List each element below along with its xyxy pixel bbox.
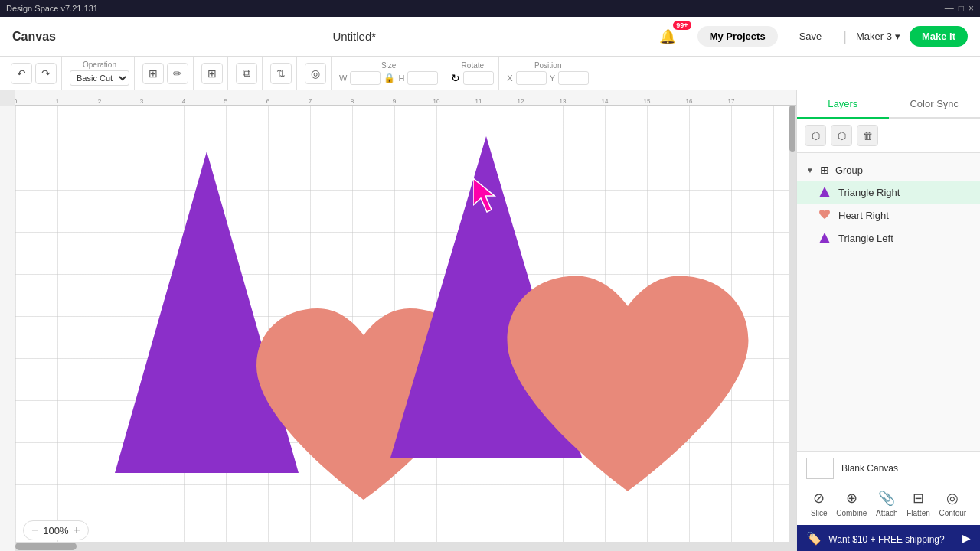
maker-chevron-icon: ▾ [895, 31, 900, 42]
combine-button[interactable]: ⊕ Combine [836, 490, 867, 517]
scroll-thumb-right[interactable] [789, 106, 795, 152]
size-label: Size [381, 61, 396, 70]
zoom-controls: − 100% + [23, 520, 89, 540]
save-button[interactable]: Save [787, 26, 835, 47]
toolbar-position: Position X Y [502, 57, 593, 90]
scroll-thumb-bottom[interactable] [15, 543, 77, 550]
layer-item-triangle-right[interactable]: Triangle Right [797, 181, 980, 204]
select-all-button[interactable]: ⊞ [142, 63, 164, 84]
rotate-icon[interactable]: ↻ [451, 72, 460, 84]
size-lock-button[interactable]: 🔒 [384, 73, 395, 83]
attach-button[interactable]: 📎 Attach [876, 490, 897, 517]
layer-heart-right-icon [818, 209, 831, 221]
toolbar-flip: ⇅ [266, 57, 297, 90]
cursor-icon [473, 178, 504, 213]
rotate-input[interactable] [463, 71, 494, 85]
titlebar-controls[interactable]: — □ × [945, 3, 974, 14]
scroll-bar-right[interactable] [789, 106, 796, 542]
zoom-in-button[interactable]: + [74, 524, 80, 536]
attach-label: Attach [876, 509, 897, 517]
position-label: Position [534, 61, 562, 70]
slice-button[interactable]: ⊘ Slice [811, 490, 828, 517]
navbar: Canvas Untitled* 🔔 99+ My Projects Save … [0, 17, 980, 57]
toolbar-arrange: ⧉ [231, 57, 263, 90]
notification-button[interactable]: 🔔 99+ [647, 24, 688, 50]
align-button[interactable]: ⊞ [201, 63, 223, 84]
undo-button[interactable]: ↶ [11, 63, 32, 84]
navbar-right: 🔔 99+ My Projects Save | Maker 3 ▾ Make … [647, 24, 968, 50]
position-x-label: X [507, 73, 512, 83]
group-name: Group [835, 165, 863, 176]
toolbar-rotate: Rotate ↻ [446, 57, 499, 90]
make-it-button[interactable]: Make It [910, 26, 968, 47]
offset-button[interactable]: ◎ [305, 63, 326, 84]
panel-toolbar: ⬡ ⬡ 🗑 [797, 119, 980, 153]
navbar-title: Untitled* [71, 30, 638, 43]
flip-button[interactable]: ⇅ [270, 63, 292, 84]
right-panel: Layers Color Sync ⬡ ⬡ 🗑 ▼ ⊞ Group [796, 90, 980, 551]
ruler-left [0, 106, 15, 551]
zoom-level: 100% [43, 525, 68, 536]
minimize-btn[interactable]: — [945, 3, 954, 14]
layer-item-triangle-left[interactable]: Triangle Left [797, 227, 980, 249]
layers-list: ▼ ⊞ Group Triangle Right Heart Rig [797, 153, 980, 451]
size-h-label: H [398, 73, 404, 83]
maximize-btn[interactable]: □ [959, 3, 964, 14]
panel-tabs: Layers Color Sync [797, 90, 980, 119]
group-icon: ⊞ [820, 164, 829, 176]
panel-tool-3[interactable]: 🗑 [857, 125, 878, 146]
blank-canvas-label: Blank Canvas [841, 463, 898, 474]
flatten-button[interactable]: ⊟ Flatten [906, 490, 930, 517]
maker-selector[interactable]: Maker 3 ▾ [856, 31, 900, 42]
contour-label: Contour [939, 509, 967, 517]
slice-icon: ⊘ [813, 490, 825, 507]
toolbar-align: ⊞ [197, 57, 228, 90]
rotate-label: Rotate [462, 61, 484, 70]
svg-marker-4 [819, 233, 830, 243]
edit-button[interactable]: ✏ [167, 63, 188, 84]
size-w-input[interactable] [350, 71, 381, 85]
zoom-out-button[interactable]: − [31, 524, 38, 536]
panel-tool-1[interactable]: ⬡ [805, 125, 826, 146]
toolbar-size: Size W 🔒 H [335, 57, 443, 90]
size-h-input[interactable] [407, 71, 438, 85]
flatten-icon: ⊟ [913, 490, 924, 507]
promo-close-button[interactable]: ▶ [962, 532, 971, 544]
combine-icon: ⊕ [846, 490, 858, 507]
redo-button[interactable]: ↷ [35, 63, 57, 84]
my-projects-button[interactable]: My Projects [697, 26, 778, 47]
contour-button[interactable]: ◎ Contour [939, 490, 967, 517]
heart-right-shape[interactable] [490, 228, 766, 551]
layer-name-heart-right: Heart Right [838, 210, 971, 221]
toolbar-offset: ◎ [300, 57, 332, 90]
close-btn[interactable]: × [969, 3, 974, 14]
contour-icon: ◎ [946, 490, 959, 507]
layer-triangle-left-icon [818, 232, 831, 244]
bottom-actions: ⊘ Slice ⊕ Combine 📎 Attach ⊟ Flatten [806, 487, 971, 519]
tab-color-sync[interactable]: Color Sync [889, 90, 981, 119]
promo-content: 🏷️ Want $10 + FREE shipping? [806, 531, 945, 546]
panel-tool-2[interactable]: ⬡ [831, 125, 852, 146]
layer-item-heart-right[interactable]: Heart Right [797, 204, 980, 227]
promo-text: Want $10 + FREE shipping? [828, 534, 944, 545]
toolbar-operation: Operation Basic Cut [65, 57, 135, 90]
canvas-shapes [15, 106, 796, 551]
svg-marker-3 [819, 187, 830, 197]
canvas-area[interactable]: 0 1 2 3 4 5 6 7 8 9 10 11 12 13 14 15 16 [0, 90, 796, 551]
scroll-bar-bottom[interactable] [15, 542, 796, 551]
promo-icon: 🏷️ [806, 532, 822, 545]
attach-icon: 📎 [878, 490, 895, 507]
position-y-input[interactable] [558, 71, 589, 85]
divider: | [843, 28, 847, 44]
arrange-button[interactable]: ⧉ [236, 63, 257, 84]
main-content: 0 1 2 3 4 5 6 7 8 9 10 11 12 13 14 15 16 [0, 90, 980, 551]
slice-label: Slice [811, 509, 828, 517]
toolbar-select-edit: ⊞ ✏ [138, 57, 194, 90]
operation-select[interactable]: Basic Cut [70, 70, 129, 86]
tab-layers[interactable]: Layers [797, 90, 889, 119]
position-x-input[interactable] [516, 71, 547, 85]
svg-marker-2 [473, 178, 495, 212]
navbar-logo: Canvas [12, 30, 56, 44]
flatten-label: Flatten [906, 509, 930, 517]
layer-group-header[interactable]: ▼ ⊞ Group [797, 159, 980, 181]
